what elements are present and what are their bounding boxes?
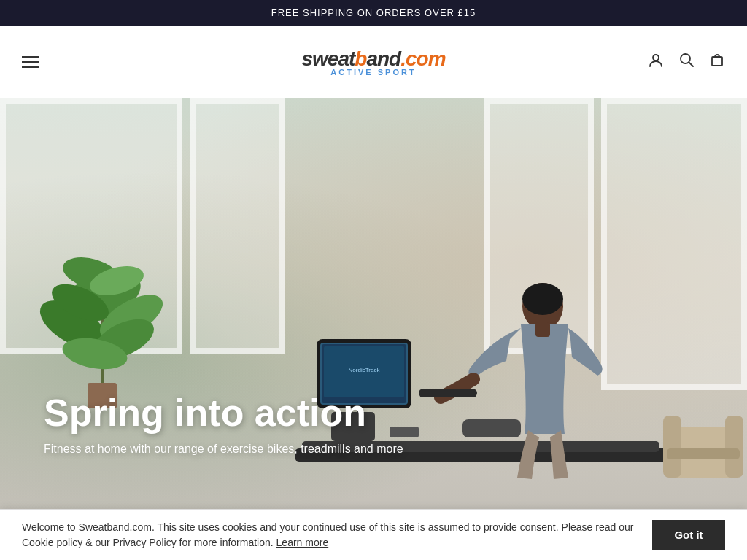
logo[interactable]: sweatband.com ACTIVE SPORT xyxy=(301,47,445,77)
plant-decoration xyxy=(36,208,168,412)
hero-section: NordicTrack Spring into action Fitnes xyxy=(0,98,747,514)
svg-rect-31 xyxy=(725,416,743,478)
announcement-text: FREE SHIPPING ON ORDERS OVER £15 xyxy=(271,7,476,18)
svg-point-0 xyxy=(653,55,659,61)
menu-button[interactable] xyxy=(22,56,39,68)
learn-more-link[interactable]: Learn more xyxy=(276,537,329,548)
cookie-banner: Welcome to Sweatband.com. This site uses… xyxy=(0,509,747,560)
logo-and: and xyxy=(366,47,400,70)
header-left xyxy=(22,56,39,68)
announcement-bar: FREE SHIPPING ON ORDERS OVER £15 xyxy=(0,0,747,26)
svg-rect-3 xyxy=(712,57,722,66)
svg-line-2 xyxy=(689,62,694,66)
hero-title: Spring into action xyxy=(44,392,403,434)
logo-dot: . xyxy=(400,47,406,70)
svg-point-26 xyxy=(522,283,563,315)
cookie-text: Welcome to Sweatband.com. This site uses… xyxy=(22,520,638,551)
logo-com: com xyxy=(406,47,446,70)
svg-rect-28 xyxy=(535,322,550,337)
logo-text: sweatband.com ACTIVE SPORT xyxy=(301,47,445,77)
header-right xyxy=(648,52,725,72)
hero-text-block: Spring into action Fitness at home with … xyxy=(44,392,403,456)
logo-b: b xyxy=(355,47,366,70)
svg-text:NordicTrack: NordicTrack xyxy=(349,367,381,373)
search-icon[interactable] xyxy=(678,52,694,72)
logo-sweat: sweat xyxy=(301,47,355,70)
svg-rect-30 xyxy=(663,416,681,478)
sofa-decoration xyxy=(659,368,747,499)
svg-rect-27 xyxy=(419,389,477,397)
cart-icon[interactable] xyxy=(709,52,725,72)
header: sweatband.com ACTIVE SPORT xyxy=(0,26,747,98)
svg-rect-32 xyxy=(667,448,740,459)
svg-rect-16 xyxy=(462,419,521,438)
account-icon[interactable] xyxy=(648,52,664,72)
got-it-button[interactable]: Got it xyxy=(652,520,725,550)
hero-subtitle: Fitness at home with our range of exerci… xyxy=(44,443,403,456)
